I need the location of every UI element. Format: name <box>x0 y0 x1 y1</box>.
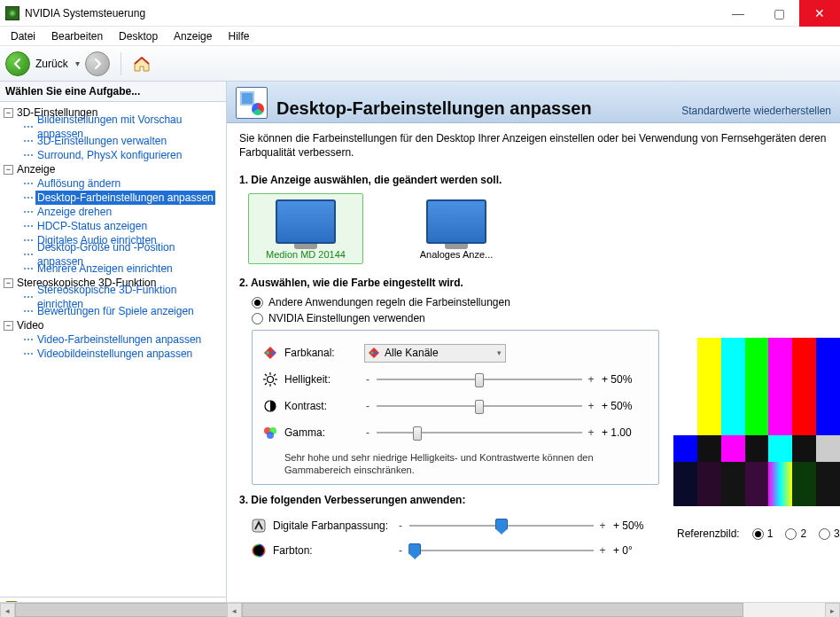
content-scroll[interactable]: Sie können die Farbeinstellungen für den… <box>227 123 840 617</box>
svg-point-1 <box>271 351 275 355</box>
back-button[interactable] <box>5 51 30 76</box>
slider-plus: + <box>587 426 595 439</box>
menu-item-display[interactable]: Anzeige <box>167 28 219 44</box>
chevron-down-icon: ▾ <box>497 348 502 357</box>
tree-cat-display[interactable]: Anzeige <box>17 162 55 176</box>
tree-toggle-3d[interactable]: − <box>4 108 13 118</box>
scroll-left-button[interactable]: ◂ <box>0 603 15 617</box>
settings-note: Sehr hohe und sehr niedrige Helligkeits-… <box>284 451 648 477</box>
page-title: Desktop-Farbeinstellungen anpassen <box>276 98 681 119</box>
hue-icon <box>252 543 266 558</box>
menu-item-edit[interactable]: Bearbeiten <box>44 28 110 44</box>
back-label: Zurück <box>35 58 68 70</box>
radio-other-label: Andere Anwendungen regeln die Farbeinste… <box>268 296 510 308</box>
contrast-value: + 50% <box>595 400 648 412</box>
channel-icon <box>263 346 277 360</box>
task-tree: −3D-Einstellungen ⋯Bildeinstellungen mit… <box>0 102 226 597</box>
brightness-icon <box>263 372 277 387</box>
intro-text: Sie können die Farbeinstellungen für den… <box>239 132 828 160</box>
reference-radio-2[interactable]: 2 <box>785 527 806 540</box>
display-item-secondary[interactable]: Analoges Anze... <box>399 193 514 264</box>
svg-line-10 <box>274 383 276 385</box>
slider-minus: - <box>364 373 371 386</box>
svg-point-0 <box>266 351 269 355</box>
contrast-slider[interactable] <box>377 395 582 417</box>
forward-button[interactable] <box>85 51 110 76</box>
section1-title: 1. Die Anzeige auswählen, die geändert w… <box>239 174 828 186</box>
tree-link-resolution[interactable]: Auflösung ändern <box>35 176 122 191</box>
test-pattern: Referenzbild: 1 2 3 <box>673 338 840 540</box>
page-header-icon <box>236 87 268 119</box>
display-label-secondary: Analoges Anze... <box>403 249 509 260</box>
brightness-label: Helligkeit: <box>284 373 364 386</box>
gamma-icon <box>263 426 277 440</box>
reference-radio-3[interactable]: 3 <box>819 527 840 540</box>
tree-link-manage-3d[interactable]: 3D-Einstellungen verwalten <box>35 134 168 148</box>
menu-item-desktop[interactable]: Desktop <box>112 28 165 44</box>
minimize-button[interactable]: — <box>718 0 758 27</box>
slider-plus: + <box>599 519 606 532</box>
channel-select[interactable]: Alle Kanäle ▾ <box>364 344 506 363</box>
page-header: Desktop-Farbeinstellungen anpassen Stand… <box>227 82 840 123</box>
display-item-primary[interactable]: Medion MD 20144 <box>248 193 363 264</box>
radio-nvidia-settings[interactable]: NVIDIA Einstellungen verwenden <box>252 312 828 324</box>
tree-link-video-color[interactable]: Video-Farbeinstellungen anpassen <box>35 332 203 347</box>
reference-radio-1[interactable]: 1 <box>752 527 774 540</box>
hue-label: Farbton: <box>273 544 397 557</box>
toolbar-separator <box>121 52 121 75</box>
gamma-slider[interactable] <box>377 422 582 443</box>
menu-item-file[interactable]: Datei <box>4 28 43 44</box>
slider-plus: + <box>587 373 595 386</box>
channel-value: Alle Kanäle <box>385 347 439 359</box>
scroll-right-button[interactable]: ▸ <box>825 603 840 617</box>
restore-defaults-link[interactable]: Standardwerte wiederherstellen <box>681 105 831 119</box>
scroll-thumb[interactable] <box>242 603 743 617</box>
tree-link-desktop-color[interactable]: Desktop-Farbeinstellungen anpassen <box>35 191 215 205</box>
svg-point-4 <box>268 377 274 383</box>
slider-minus: - <box>364 400 371 412</box>
slider-minus: - <box>364 426 371 439</box>
close-button[interactable]: ✕ <box>799 0 840 27</box>
display-selector: Medion MD 20144 Analoges Anze... <box>248 193 828 264</box>
tree-toggle-stereo[interactable]: − <box>4 278 13 288</box>
tree-link-game-ratings[interactable]: Bewertungen für Spiele anzeigen <box>35 304 196 318</box>
content-pane: Desktop-Farbeinstellungen anpassen Stand… <box>227 82 840 617</box>
radio-icon <box>252 313 263 324</box>
tree-toggle-video[interactable]: − <box>4 321 13 331</box>
hue-value: + 0° <box>606 544 659 557</box>
tree-link-hdcp[interactable]: HDCP-Status anzeigen <box>35 219 149 233</box>
tree-link-video-image[interactable]: Videobildeinstellungen anpassen <box>35 347 194 361</box>
window-title: NVIDIA Systemsteuerung <box>25 7 145 20</box>
radio-icon <box>252 297 263 308</box>
vibrance-slider[interactable] <box>409 515 594 536</box>
tree-cat-video[interactable]: Video <box>17 318 43 332</box>
tree-link-multiple-displays[interactable]: Mehrere Anzeigen einrichten <box>35 262 175 276</box>
tree-toggle-display[interactable]: − <box>4 165 13 175</box>
radio-nvidia-label: NVIDIA Einstellungen verwenden <box>268 312 425 324</box>
svg-line-12 <box>265 383 267 385</box>
content-hscrollbar[interactable]: ◂ ▸ <box>227 602 840 617</box>
contrast-icon <box>263 399 277 413</box>
slider-plus: + <box>587 400 595 412</box>
tree-link-surround-physx[interactable]: Surround, PhysX konfigurieren <box>35 148 183 162</box>
brightness-value: + 50% <box>595 373 648 386</box>
vibrance-value: + 50% <box>606 519 659 532</box>
radio-other-apps[interactable]: Andere Anwendungen regeln die Farbeinste… <box>252 296 828 308</box>
slider-minus: - <box>397 519 404 532</box>
color-settings-box: Farbkanal: Alle Kanäle ▾ Helligkeit: - + <box>252 330 659 485</box>
reference-label: Referenzbild: <box>677 527 740 540</box>
tree-link-rotate[interactable]: Anzeige drehen <box>35 205 113 219</box>
channel-label: Farbkanal: <box>284 347 364 359</box>
brightness-slider[interactable] <box>377 369 582 390</box>
slider-plus: + <box>599 544 606 557</box>
monitor-icon <box>426 199 486 244</box>
back-history-caret[interactable]: ▾ <box>75 59 80 68</box>
scroll-left-button[interactable]: ◂ <box>227 603 242 617</box>
home-button[interactable] <box>132 55 152 73</box>
maximize-button[interactable]: ▢ <box>758 0 799 27</box>
display-label-primary: Medion MD 20144 <box>253 249 359 260</box>
hue-slider[interactable] <box>409 540 594 561</box>
menu-item-help[interactable]: Hilfe <box>221 28 256 44</box>
monitor-icon <box>276 199 336 244</box>
vibrance-label: Digitale Farbanpassung: <box>273 519 397 532</box>
